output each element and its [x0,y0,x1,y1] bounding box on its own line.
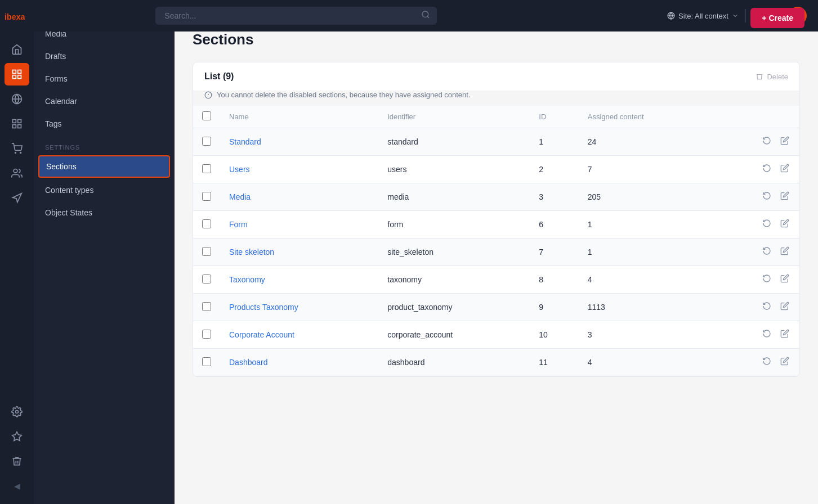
row-edit-btn-7[interactable] [779,328,790,341]
row-edit-btn-4[interactable] [779,245,790,259]
search-input[interactable] [155,7,437,25]
row-assign-btn-4[interactable] [761,245,772,259]
row-checkbox-5[interactable] [202,274,211,284]
topbar: Site: All context AU [34,0,818,32]
row-identifier-6: product_taxonomy [378,294,530,321]
notice-text: You cannot delete the disabled sections,… [217,91,471,99]
row-edit-btn-5[interactable] [779,273,790,286]
row-edit-btn-1[interactable] [779,163,790,176]
structure-nav-icon[interactable] [5,63,29,86]
row-checkbox-6[interactable] [202,302,211,311]
row-identifier-4: site_skeleton [378,238,530,266]
svg-line-17 [427,16,429,18]
row-identifier-1: users [378,156,530,183]
logo[interactable]: ibexa [5,7,29,27]
row-assign-btn-6[interactable] [761,300,772,314]
sections-table-card: List (9) Delete You cannot delete the di… [193,62,800,377]
row-edit-btn-6[interactable] [779,300,790,314]
row-edit-btn-0[interactable] [779,135,790,148]
row-checkbox-1[interactable] [202,164,211,173]
collapse-rail-icon[interactable]: ◀ [5,475,29,497]
row-identifier-7: corporate_account [378,321,530,349]
delete-button[interactable]: Delete [756,73,788,81]
row-name-link-5[interactable]: Taxonomy [229,275,265,284]
svg-point-16 [422,11,428,17]
row-assign-btn-2[interactable] [761,190,772,204]
row-edit-btn-2[interactable] [779,190,790,204]
table-row: Form form 6 1 [193,211,799,238]
sidebar-item-drafts[interactable]: Drafts [34,45,175,68]
row-name-link-1[interactable]: Users [229,165,250,174]
col-identifier: Identifier [378,106,530,128]
site-context-label: Site: All context [678,12,728,20]
row-checkbox-2[interactable] [202,192,211,201]
row-identifier-5: taxonomy [378,266,530,294]
row-edit-btn-8[interactable] [779,356,790,369]
page-title: Sections [193,31,800,48]
row-checkbox-0[interactable] [202,137,211,146]
svg-marker-15 [12,432,22,441]
sidebar-item-content-types[interactable]: Content types [34,179,175,201]
row-name-link-0[interactable]: Standard [229,137,261,146]
row-assigned-3: 1 [579,211,714,238]
row-assigned-5: 4 [579,266,714,294]
svg-point-14 [16,411,19,413]
row-id-0: 1 [530,128,579,156]
row-checkbox-7[interactable] [202,330,211,339]
row-identifier-2: media [378,183,530,211]
cart-nav-icon[interactable] [5,137,29,160]
row-assigned-2: 205 [579,183,714,211]
row-assign-btn-0[interactable] [761,135,772,148]
sidebar-item-tags[interactable]: Tags [34,112,175,135]
row-assign-btn-7[interactable] [761,328,772,341]
row-checkbox-4[interactable] [202,247,211,256]
table-row: Corporate Account corporate_account 10 3 [193,321,799,349]
people-nav-icon[interactable] [5,162,29,184]
svg-point-12 [20,152,21,154]
row-edit-btn-3[interactable] [779,218,790,231]
svg-rect-7 [13,120,16,123]
dashboard-nav-icon[interactable] [5,112,29,135]
select-all-checkbox[interactable] [202,111,211,120]
col-name: Name [220,106,378,128]
settings-nav-icon[interactable] [5,400,29,423]
sidebar-item-object-states[interactable]: Object States [34,201,175,224]
svg-point-11 [15,152,16,154]
row-assigned-6: 1113 [579,294,714,321]
home-nav-icon[interactable] [5,38,29,61]
globe-nav-icon[interactable] [5,88,29,110]
row-assign-btn-8[interactable] [761,356,772,369]
row-name-link-4[interactable]: Site skeleton [229,248,274,256]
row-id-8: 11 [530,349,579,376]
row-assign-btn-1[interactable] [761,163,772,176]
row-identifier-0: standard [378,128,530,156]
svg-rect-9 [18,125,21,128]
sidebar-item-sections[interactable]: Sections [38,155,170,178]
site-context-selector[interactable]: Site: All context [667,12,739,20]
row-name-link-6[interactable]: Products Taxonomy [229,303,298,312]
star-nav-icon[interactable] [5,425,29,448]
icon-rail: ibexa [0,0,34,504]
row-identifier-8: dashboard [378,349,530,376]
row-assign-btn-3[interactable] [761,218,772,231]
svg-rect-2 [18,70,21,74]
sidebar-item-forms[interactable]: Forms [34,68,175,90]
row-checkbox-3[interactable] [202,219,211,228]
svg-rect-1 [13,70,16,74]
table-row: Site skeleton site_skeleton 7 1 [193,238,799,266]
sidebar: Content structure Media Drafts Forms Cal… [34,0,175,504]
table-row: Dashboard dashboard 11 4 [193,349,799,376]
megaphone-nav-icon[interactable] [5,187,29,209]
row-assign-btn-5[interactable] [761,273,772,286]
row-checkbox-8[interactable] [202,357,211,366]
row-name-link-3[interactable]: Form [229,220,248,229]
create-button[interactable]: + Create [750,8,804,28]
trash-nav-icon[interactable] [5,450,29,472]
row-name-link-2[interactable]: Media [229,192,251,201]
row-name-link-8[interactable]: Dashboard [229,358,268,367]
svg-rect-3 [18,75,21,79]
sidebar-item-calendar[interactable]: Calendar [34,90,175,112]
row-name-link-7[interactable]: Corporate Account [229,330,294,339]
col-assigned: Assigned content [579,106,714,128]
row-id-6: 9 [530,294,579,321]
